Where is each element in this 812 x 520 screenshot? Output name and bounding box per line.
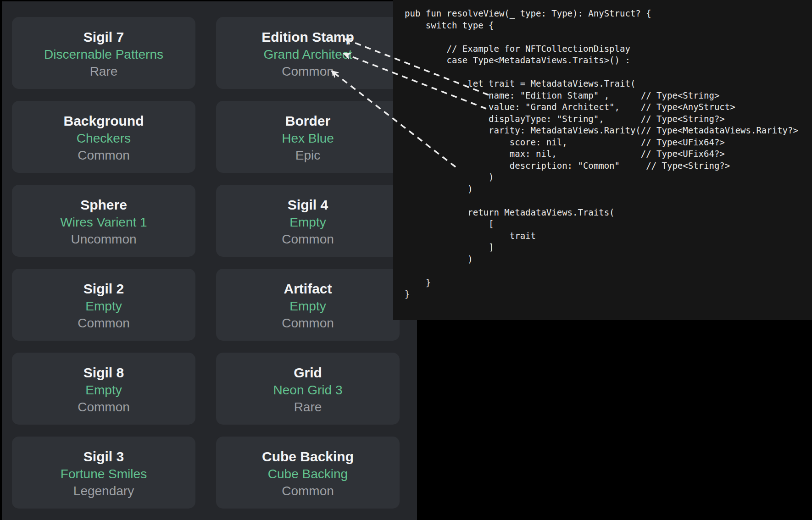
trait-value: Discernable Patterns — [44, 46, 163, 63]
trait-name: Edition Stamp — [261, 28, 354, 46]
trait-name: Sigil 2 — [83, 280, 124, 298]
trait-name: Artifact — [284, 280, 332, 298]
trait-cards-grid: Sigil 7 Discernable Patterns Rare Editio… — [12, 17, 400, 520]
trait-rarity: Rare — [90, 63, 118, 80]
trait-card: Sigil 8 Empty Common — [12, 353, 195, 425]
trait-name: Background — [63, 112, 144, 130]
trait-card: Border Hex Blue Epic — [216, 101, 400, 173]
trait-rarity: Common — [78, 398, 130, 415]
trait-rarity: Common — [282, 63, 334, 80]
trait-card: Sigil 7 Discernable Patterns Rare — [12, 17, 195, 89]
trait-card: Background Checkers Common — [12, 101, 195, 173]
trait-name: Sigil 3 — [83, 448, 124, 465]
trait-value: Fortune Smiles — [61, 465, 147, 482]
trait-card: Edition Stamp Grand Architect Common — [216, 17, 400, 89]
trait-rarity: Common — [78, 147, 130, 164]
trait-rarity: Legendary — [73, 482, 134, 499]
trait-card: Grid Neon Grid 3 Rare — [216, 353, 400, 425]
trait-name: Sigil 7 — [83, 28, 124, 46]
trait-card: Sphere Wires Varient 1 Uncommon — [12, 185, 195, 257]
trait-name: Sphere — [80, 196, 127, 214]
trait-card: Artifact Empty Common — [216, 269, 400, 341]
trait-rarity: Rare — [294, 398, 322, 415]
trait-name: Grid — [294, 364, 322, 382]
trait-value: Wires Varient 1 — [60, 214, 147, 231]
trait-rarity: Epic — [295, 147, 320, 164]
trait-value: Empty — [289, 214, 326, 231]
trait-value: Grand Architect — [264, 46, 352, 63]
trait-name: Sigil 8 — [83, 364, 124, 382]
traits-board: Sigil 7 Discernable Patterns Rare Editio… — [2, 1, 417, 520]
trait-rarity: Common — [282, 315, 334, 332]
trait-name: Sigil 4 — [288, 196, 328, 214]
trait-value: Empty — [85, 298, 122, 315]
trait-rarity: Common — [78, 315, 130, 332]
trait-value: Neon Grid 3 — [273, 382, 343, 398]
code-block: pub fun resolveView(_ type: Type): AnySt… — [393, 0, 812, 300]
page-background: Sigil 7 Discernable Patterns Rare Editio… — [0, 0, 812, 520]
trait-name: Cube Backing — [262, 448, 354, 465]
code-panel: pub fun resolveView(_ type: Type): AnySt… — [393, 0, 812, 320]
trait-rarity: Common — [282, 231, 334, 248]
trait-card: Sigil 2 Empty Common — [12, 269, 195, 341]
trait-rarity: Common — [282, 482, 334, 499]
trait-value: Empty — [85, 382, 122, 398]
trait-card: Sigil 4 Empty Common — [216, 185, 400, 257]
trait-value: Hex Blue — [282, 130, 334, 147]
trait-value: Empty — [289, 298, 326, 315]
trait-value: Checkers — [77, 130, 131, 147]
trait-value: Cube Backing — [268, 465, 348, 482]
trait-rarity: Uncommon — [71, 231, 136, 248]
trait-card: Cube Backing Cube Backing Common — [216, 437, 400, 509]
trait-name: Border — [285, 112, 330, 130]
trait-card: Sigil 3 Fortune Smiles Legendary — [12, 437, 195, 509]
